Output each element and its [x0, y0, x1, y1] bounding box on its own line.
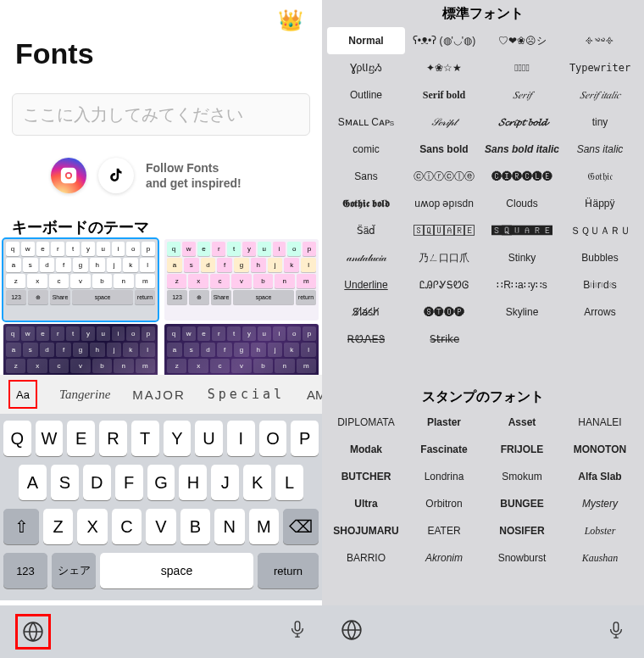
- tiktok-icon[interactable]: [98, 158, 134, 193]
- font-option[interactable]: Skyline: [483, 298, 561, 326]
- font-option[interactable]: tiny: [561, 109, 639, 136]
- mic-icon[interactable]: [607, 618, 625, 645]
- font-option[interactable]: comic: [327, 136, 405, 163]
- shift-key[interactable]: ⇧: [3, 509, 39, 544]
- stamp-font-option[interactable]: Asset: [483, 409, 561, 436]
- font-option[interactable]: ＳＱＵＡＲＵ: [561, 217, 639, 244]
- key-w[interactable]: W: [36, 421, 64, 456]
- font-option[interactable]: 乃ㄥ口口爪: [405, 244, 483, 271]
- key-q[interactable]: Q: [3, 421, 31, 456]
- stamp-font-option[interactable]: BUNGEE: [483, 490, 561, 517]
- stamp-font-option[interactable]: HANALEI: [561, 409, 639, 436]
- key-k[interactable]: K: [243, 465, 271, 500]
- stamp-font-option[interactable]: BARRIO: [327, 544, 405, 572]
- font-option[interactable]: ᯽༄༅᯽: [561, 27, 639, 54]
- key-n[interactable]: N: [214, 509, 244, 544]
- stamp-font-option[interactable]: Lobster: [561, 517, 639, 544]
- font-option[interactable]: 𝒶𝓃𝒹𝒶𝓁𝓊𝒸𝒾𝒶: [327, 244, 405, 271]
- space-key[interactable]: space: [100, 553, 253, 588]
- key-e[interactable]: E: [67, 421, 95, 456]
- font-option[interactable]: 🅂🅀🅄🄰🅁🄴: [405, 217, 483, 244]
- stamp-font-option[interactable]: Smokum: [483, 463, 561, 490]
- font-option[interactable]: Sans bold italic: [483, 136, 561, 163]
- stamp-font-option[interactable]: Ultra: [327, 490, 405, 517]
- stamp-font-option[interactable]: SHOJUMARU: [327, 517, 405, 544]
- font-option[interactable]: Stinky: [483, 244, 561, 271]
- return-key[interactable]: return: [258, 553, 319, 588]
- mic-icon[interactable]: [288, 617, 307, 646]
- theme-galaxy2[interactable]: qwertyuiopasdfghjklzxcvbnm123⊕Sharespace…: [164, 324, 319, 375]
- key-z[interactable]: Z: [43, 509, 73, 544]
- font-option[interactable]: Typewriter: [561, 54, 639, 81]
- key-j[interactable]: J: [211, 465, 239, 500]
- key-h[interactable]: H: [179, 465, 207, 500]
- font-picker-selected[interactable]: Aa: [8, 380, 37, 409]
- theme-pastel[interactable]: qwertyuiopasdfghjklzxcvbnm123⊕Sharespace…: [164, 239, 319, 321]
- font-option[interactable]: Clouds: [483, 190, 561, 217]
- key-c[interactable]: C: [112, 509, 142, 544]
- font-option[interactable]: Underline: [327, 271, 405, 298]
- font-option[interactable]: 𝑆𝑒𝑟𝑖𝑓 𝑖𝑡𝑎𝑙𝑖𝑐: [561, 81, 639, 109]
- font-option[interactable]: Outline: [327, 81, 405, 109]
- font-option[interactable]: [483, 326, 561, 353]
- stamp-font-option[interactable]: Plaster: [405, 409, 483, 436]
- font-option[interactable]: S̶t̶r̶i̶k̶e̶: [405, 326, 483, 353]
- stamp-font-option[interactable]: Modak: [327, 436, 405, 463]
- font-option[interactable]: ʕ•ᴥ•ʔ (◍'◡'◍): [405, 27, 483, 54]
- font-option[interactable]: Serif bold: [405, 81, 483, 109]
- font-option[interactable]: 🅢🅣🅞🅟: [405, 298, 483, 326]
- font-option[interactable]: 𝑆𝑒𝑟𝑖𝑓: [483, 81, 561, 109]
- font-option[interactable]: Sᴍᴀʟʟ Cᴀᴘs: [327, 109, 405, 136]
- font-picker-item[interactable]: MAJOR: [132, 388, 186, 402]
- instagram-icon[interactable]: [51, 158, 86, 193]
- font-option[interactable]: ᎡᏬᏁᎬᏕ: [327, 326, 405, 353]
- font-option[interactable]: 𝒮𝒸𝓇𝒾𝓅𝓉: [405, 109, 483, 136]
- font-option[interactable]: uʍop ǝpısdn: [405, 190, 483, 217]
- key-f[interactable]: F: [115, 465, 143, 500]
- num-key[interactable]: 123: [3, 553, 47, 588]
- font-option[interactable]: 𝓢𝓬𝓻𝓲𝓹𝓽 𝓫𝓸𝓵𝓭: [483, 109, 561, 136]
- key-r[interactable]: R: [99, 421, 127, 456]
- key-v[interactable]: V: [146, 509, 175, 544]
- stamp-font-option[interactable]: MONOTON: [561, 436, 639, 463]
- font-option[interactable]: S̈äd̈: [327, 217, 405, 244]
- key-s[interactable]: S: [51, 465, 79, 500]
- key-g[interactable]: G: [147, 465, 175, 500]
- stamp-font-option[interactable]: Alfa Slab: [561, 463, 639, 490]
- crown-icon[interactable]: 👑: [278, 8, 303, 32]
- theme-galaxy1[interactable]: qwertyuiopasdfghjklzxcvbnm123⊕Sharespace…: [3, 324, 158, 375]
- font-option[interactable]: 🅒🅘🅡🅒🅛🅔: [483, 163, 561, 190]
- stamp-font-option[interactable]: FRIJOLE: [483, 436, 561, 463]
- font-option[interactable]: ƔρƖⵏⴝᏱ: [327, 54, 405, 81]
- font-option[interactable]: Arrows: [561, 298, 639, 326]
- font-picker-item[interactable]: AMATIC: [307, 388, 322, 402]
- key-a[interactable]: A: [19, 465, 47, 500]
- stamp-font-option[interactable]: Orbitron: [405, 490, 483, 517]
- stamp-font-option[interactable]: DIPLOMATA: [327, 409, 405, 436]
- font-option[interactable]: 𝔊𝔬𝔱𝔥𝔦𝔠: [561, 163, 639, 190]
- key-d[interactable]: D: [83, 465, 111, 500]
- key-y[interactable]: Y: [164, 421, 192, 456]
- share-key[interactable]: シェア: [52, 553, 96, 588]
- font-option[interactable]: ⓒⓘⓡⓒⓛⓔ: [405, 163, 483, 190]
- font-option[interactable]: Sans bold: [405, 136, 483, 163]
- font-picker-item[interactable]: Tangerine: [59, 388, 110, 402]
- stamp-font-option[interactable]: Akronim: [405, 544, 483, 572]
- key-l[interactable]: L: [275, 465, 303, 500]
- font-option[interactable]: Sans: [327, 163, 405, 190]
- font-option[interactable]: Ḧäppÿ: [561, 190, 639, 217]
- backspace-key[interactable]: ⌫: [283, 509, 319, 544]
- stamp-font-option[interactable]: Fascinate: [405, 436, 483, 463]
- stamp-font-option[interactable]: Mystery: [561, 490, 639, 517]
- globe-icon[interactable]: [341, 619, 363, 644]
- font-option[interactable]: Sans italic: [561, 136, 639, 163]
- text-input[interactable]: ここに入力してみてください: [12, 93, 310, 136]
- font-option[interactable]: 🆂🆀🆄🅰🆁🅴: [483, 217, 561, 244]
- key-t[interactable]: T: [131, 421, 159, 456]
- key-i[interactable]: I: [227, 421, 255, 456]
- font-option[interactable]: ᏝᎯᎵᎽᎦᏬᎶ: [405, 271, 483, 298]
- key-b[interactable]: B: [180, 509, 210, 544]
- font-option[interactable]: ✦❀☆★: [405, 54, 483, 81]
- key-u[interactable]: U: [195, 421, 223, 456]
- key-x[interactable]: X: [77, 509, 107, 544]
